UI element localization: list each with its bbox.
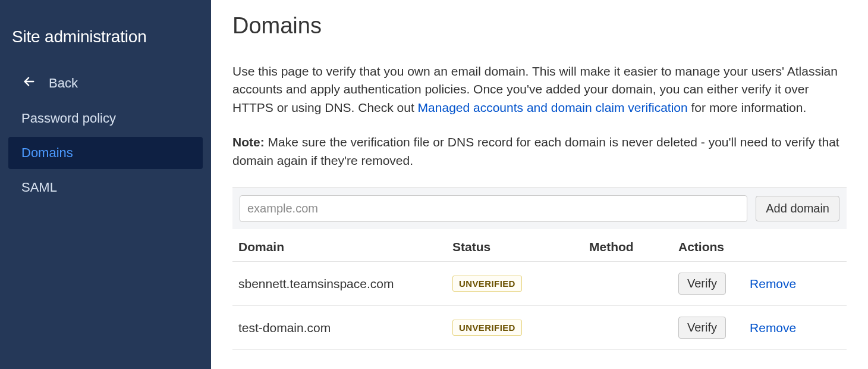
domains-table: Domain Status Method Actions sbennett.te…: [232, 229, 847, 350]
sidebar-item-label: Password policy: [21, 111, 116, 126]
add-domain-button[interactable]: Add domain: [756, 196, 839, 221]
sidebar-back[interactable]: Back: [8, 67, 203, 100]
main-content: Domains Use this page to verify that you…: [211, 0, 868, 369]
verify-button[interactable]: Verify: [678, 273, 726, 295]
cell-method: [583, 306, 672, 350]
cell-status: UNVERIFIED: [446, 262, 583, 306]
page-note: Note: Make sure the verification file or…: [232, 133, 847, 170]
table-row: sbennett.teamsinspace.com UNVERIFIED Ver…: [232, 262, 847, 306]
sidebar-item-label: SAML: [21, 180, 57, 195]
sidebar-item-label: Domains: [21, 145, 73, 161]
note-label: Note:: [232, 135, 265, 149]
verify-button[interactable]: Verify: [678, 317, 726, 339]
status-badge: UNVERIFIED: [452, 276, 522, 292]
sidebar-item-domains[interactable]: Domains: [8, 137, 203, 169]
page-title: Domains: [232, 13, 847, 39]
description-link[interactable]: Managed accounts and domain claim verifi…: [418, 101, 688, 114]
cell-status: UNVERIFIED: [446, 306, 583, 350]
cell-actions: Verify Remove: [672, 306, 847, 350]
cell-domain: test-domain.com: [232, 306, 446, 350]
remove-link[interactable]: Remove: [750, 321, 796, 335]
sidebar-title: Site administration: [0, 23, 211, 64]
page-description: Use this page to verify that you own an …: [232, 62, 847, 117]
sidebar-item-password-policy[interactable]: Password policy: [8, 102, 203, 135]
table-row: test-domain.com UNVERIFIED Verify Remove: [232, 306, 847, 350]
cell-method: [583, 262, 672, 306]
description-text-after: for more information.: [688, 101, 807, 114]
sidebar: Site administration Back Password policy…: [0, 0, 211, 369]
arrow-left-icon: [23, 75, 36, 92]
cell-domain: sbennett.teamsinspace.com: [232, 262, 446, 306]
cell-actions: Verify Remove: [672, 262, 847, 306]
column-header-domain: Domain: [232, 229, 446, 262]
sidebar-back-label: Back: [49, 76, 78, 91]
column-header-status: Status: [446, 229, 583, 262]
status-badge: UNVERIFIED: [452, 320, 522, 336]
note-text: Make sure the verification file or DNS r…: [232, 135, 839, 167]
sidebar-item-saml[interactable]: SAML: [8, 171, 203, 204]
remove-link[interactable]: Remove: [750, 277, 796, 291]
column-header-method: Method: [583, 229, 672, 262]
column-header-actions: Actions: [672, 229, 847, 262]
add-domain-bar: Add domain: [232, 187, 847, 229]
domain-input[interactable]: [240, 195, 747, 222]
